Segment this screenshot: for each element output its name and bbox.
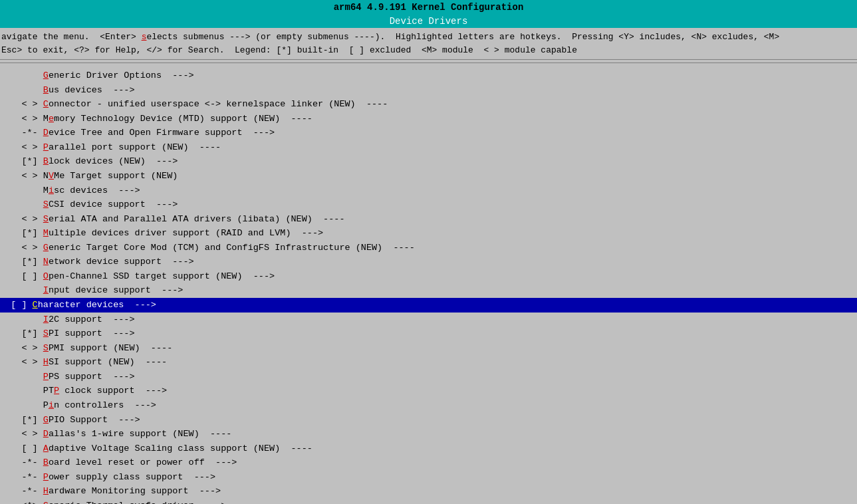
- info-line1: avigate the menu. <Enter> selects submen…: [1, 31, 856, 44]
- menu-item-16[interactable]: Input device support --->: [0, 283, 857, 298]
- hotkey-i2: I: [43, 315, 49, 324]
- menu-item-22[interactable]: PPS support --->: [0, 370, 857, 384]
- hotkey-h: H: [43, 357, 49, 367]
- hotkey-pp: P: [43, 372, 49, 382]
- hotkey-bo: B: [43, 457, 49, 467]
- hotkey-i: i: [49, 186, 54, 195]
- hotkey-s2: S: [43, 214, 49, 224]
- menu-item-1[interactable]: Generic Driver Options --->: [0, 68, 857, 83]
- menu-item-27[interactable]: [ ] Adaptive Voltage Scaling class suppo…: [0, 441, 857, 456]
- menu-item-25[interactable]: [*] GPIO Support --->: [0, 413, 857, 428]
- hotkey-ge: G: [43, 501, 49, 504]
- title-bar: arm64 4.9.191 Kernel Configuration: [0, 0, 857, 15]
- hotkey-pt: P: [54, 386, 59, 396]
- menu-item-11[interactable]: < > Serial ATA and Parallel ATA drivers …: [0, 212, 857, 227]
- menu-item-23[interactable]: PTP clock support --->: [0, 384, 857, 398]
- hotkey-da: D: [43, 429, 49, 439]
- hotkey-d: D: [43, 128, 49, 138]
- hotkey-m: M: [43, 228, 49, 238]
- hotkey-pi: i: [49, 400, 54, 410]
- menu-item-31[interactable]: <*> Generic Thermal sysfs driver --->: [0, 499, 857, 504]
- info-line2: Esc> to exit, <?> for Help, </> for Sear…: [1, 44, 856, 57]
- menu-item-8[interactable]: < > NVMe Target support (NEW): [0, 169, 857, 184]
- title-text: arm64 4.9.191 Kernel Configuration: [334, 2, 524, 13]
- menu-item-19[interactable]: [*] SPI support --->: [0, 326, 857, 341]
- menu-item-18[interactable]: I2C support --->: [0, 313, 857, 327]
- menu-item-20[interactable]: < > SPMI support (NEW) ----: [0, 341, 857, 356]
- menu-item-17[interactable]: [ ] Character devices --->: [0, 298, 857, 313]
- hotkey-n: N: [43, 257, 49, 267]
- subtitle-text: Device Drivers: [390, 16, 468, 27]
- hotkey-ch: C: [33, 300, 38, 310]
- hotkey-s: s: [142, 32, 147, 42]
- menu-item-28[interactable]: -*- Board level reset or power off --->: [0, 455, 857, 470]
- hotkey-gp: G: [43, 415, 49, 425]
- hotkey-in: I: [43, 285, 49, 295]
- menu-item-14[interactable]: [*] Network device support --->: [0, 255, 857, 269]
- menu-item-26[interactable]: < > Dallas's 1-wire support (NEW) ----: [0, 427, 857, 441]
- hotkey-pw: P: [43, 472, 49, 482]
- menu-item-15[interactable]: [ ] Open-Channel SSD target support (NEW…: [0, 269, 857, 284]
- info-bar: avigate the menu. <Enter> selects submen…: [0, 28, 857, 60]
- hotkey-hw: H: [43, 486, 49, 496]
- content-area[interactable]: Generic Driver Options ---> Bus devices …: [0, 66, 857, 504]
- hotkey-g2: G: [43, 243, 49, 253]
- hotkey-g: G: [43, 70, 49, 80]
- menu-item-29[interactable]: -*- Power supply class support --->: [0, 470, 857, 485]
- hotkey-bl: B: [43, 156, 49, 166]
- hotkey-sc: S: [43, 199, 49, 209]
- menu-item-3[interactable]: < > Connector - unified userspace <-> ke…: [0, 97, 857, 112]
- hotkey-o: O: [43, 271, 49, 281]
- hotkey-v: V: [49, 171, 54, 181]
- menu-item-5[interactable]: -*- Device Tree and Open Firmware suppor…: [0, 126, 857, 140]
- menu-item-10[interactable]: SCSI device support --->: [0, 197, 857, 212]
- separator: [0, 63, 857, 63]
- hotkey-ad: A: [43, 443, 49, 453]
- menu-item-12[interactable]: [*] Multiple devices driver support (RAI…: [0, 226, 857, 241]
- menu-item-2[interactable]: Bus devices --->: [0, 83, 857, 98]
- hotkey-c1: C: [43, 99, 49, 109]
- menu-item-4[interactable]: < > Memory Technology Device (MTD) suppo…: [0, 112, 857, 126]
- menu-item-6[interactable]: < > Parallel port support (NEW) ----: [0, 140, 857, 155]
- menu-item-7[interactable]: [*] Block devices (NEW) --->: [0, 154, 857, 169]
- menu-item-24[interactable]: Pin controllers --->: [0, 398, 857, 413]
- hotkey-sp: S: [43, 328, 49, 338]
- subtitle-bar: Device Drivers: [0, 15, 857, 28]
- hotkey-p: P: [43, 142, 49, 152]
- hotkey-e: e: [49, 114, 54, 124]
- menu-item-13[interactable]: < > Generic Target Core Mod (TCM) and Co…: [0, 241, 857, 255]
- menu-item-30[interactable]: -*- Hardware Monitoring support --->: [0, 484, 857, 499]
- hotkey-b: B: [43, 85, 49, 95]
- menu-item-21[interactable]: < > HSI support (NEW) ----: [0, 355, 857, 370]
- hotkey-sp2: S: [43, 343, 49, 353]
- menu-item-9[interactable]: Misc devices --->: [0, 184, 857, 198]
